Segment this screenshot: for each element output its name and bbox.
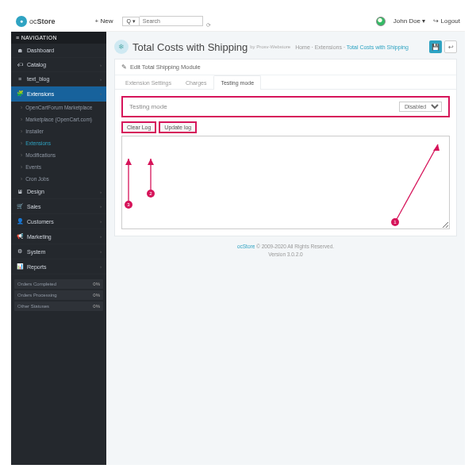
search-input[interactable]	[140, 16, 203, 26]
chart-icon: 📊	[16, 263, 24, 270]
clear-log-button[interactable]: Clear Log	[121, 121, 156, 133]
list-icon: ≡	[16, 76, 24, 82]
pencil-icon: ✎	[121, 63, 127, 71]
testing-mode-select[interactable]: Disabled	[399, 102, 442, 112]
breadcrumb: Home · Extensions · Total Costs with Shi…	[295, 44, 409, 50]
new-button[interactable]: + New	[95, 17, 113, 25]
tab-testing-mode[interactable]: Testing mode	[213, 75, 261, 90]
footer: ocStore © 2009-2020 All Rights Reserved.…	[114, 243, 457, 259]
sidebar-item-reports[interactable]: 📊Reports›	[11, 259, 106, 274]
crumb-ext[interactable]: Extensions	[315, 44, 342, 50]
search-button[interactable]: Q ▾	[122, 17, 139, 26]
refresh-icon[interactable]: ⟳	[206, 22, 211, 29]
module-icon: ❄	[114, 40, 129, 54]
sidebar-sub-marketplace[interactable]: Marketplace (OpenCart.com)	[11, 113, 106, 125]
save-button[interactable]: 💾	[429, 40, 442, 53]
user-icon: 👤	[16, 218, 24, 225]
crumb-home[interactable]: Home	[295, 44, 310, 50]
tab-ext-settings[interactable]: Extension Settings	[118, 75, 178, 90]
sidebar-item-sales[interactable]: 🛒Sales›	[11, 199, 106, 214]
sidebar-item-design[interactable]: 🖥Design›	[11, 185, 106, 199]
update-log-button[interactable]: Update log	[159, 121, 197, 133]
tag-icon: 🏷	[16, 62, 24, 67]
logo-icon: ●	[16, 16, 27, 27]
tab-charges[interactable]: Charges	[178, 75, 213, 90]
sidebar: ≡ NAVIGATION 🏠︎Dashboard 🏷Catalog› ≡text…	[11, 32, 106, 465]
testing-mode-label: Testing mode	[129, 103, 167, 110]
stat-processing: Orders Processing0%	[14, 290, 103, 300]
sidebar-item-extensions[interactable]: 🧩Extensions›	[11, 86, 106, 102]
dashboard-icon: 🏠︎	[16, 48, 24, 53]
crumb-current: Total Costs with Shipping	[347, 44, 409, 50]
log-textarea[interactable]	[121, 136, 450, 229]
gear-icon: ⚙	[16, 248, 24, 255]
desktop-icon: 🖥	[16, 189, 24, 194]
puzzle-icon: 🧩	[16, 90, 24, 97]
sidebar-item-marketing[interactable]: 📢Marketing›	[11, 229, 106, 244]
sidebar-sub-ocforum[interactable]: OpenCartForum Marketplace	[11, 102, 106, 113]
panel-header: ✎Edit Total Shipping Module	[115, 60, 456, 75]
sidebar-sub-extensions[interactable]: Extensions	[11, 137, 106, 149]
sidebar-item-textblog[interactable]: ≡text_blog›	[11, 72, 106, 86]
stat-other: Other Statuses0%	[14, 301, 103, 311]
sidebar-sub-cron[interactable]: Cron Jobs	[11, 173, 106, 185]
sidebar-item-dashboard[interactable]: 🏠︎Dashboard	[11, 44, 106, 58]
logo[interactable]: ● ocStore	[16, 16, 56, 27]
sidebar-item-catalog[interactable]: 🏷Catalog›	[11, 58, 106, 72]
share-icon: 📢	[16, 233, 24, 240]
sidebar-sub-modifications[interactable]: Modifications	[11, 149, 106, 161]
testing-mode-row: Testing mode Disabled	[121, 96, 450, 117]
user-menu[interactable]: John Doe ▾	[393, 17, 425, 25]
back-button[interactable]: ↩	[444, 40, 457, 53]
stat-completed: Orders Completed0%	[14, 279, 103, 289]
nav-header: ≡ NAVIGATION	[11, 32, 106, 44]
page-subtitle: by Prosv-Webstore	[250, 44, 290, 49]
sidebar-sub-events[interactable]: Events	[11, 161, 106, 173]
page-title: Total Costs with Shipping	[132, 41, 248, 53]
avatar[interactable]	[376, 17, 386, 26]
cart-icon: 🛒	[16, 203, 24, 209]
footer-brand-link[interactable]: ocStore	[237, 244, 255, 249]
sidebar-item-customers[interactable]: 👤Customers›	[11, 214, 106, 229]
sidebar-item-system[interactable]: ⚙System›	[11, 244, 106, 259]
logo-text: ocStore	[29, 17, 56, 25]
logout-link[interactable]: ↪ Logout	[433, 17, 460, 25]
sidebar-sub-installer[interactable]: Installer	[11, 125, 106, 137]
